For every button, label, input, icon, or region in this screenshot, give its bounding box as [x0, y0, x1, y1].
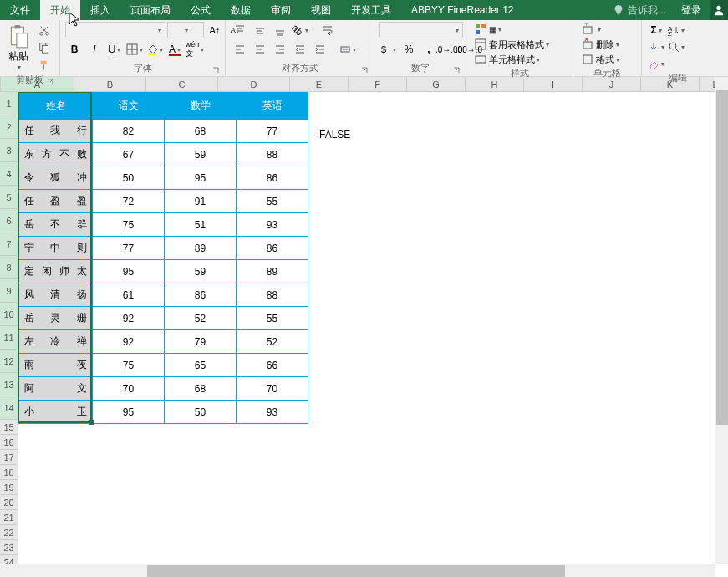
format-painter-button[interactable] [35, 57, 53, 74]
align-top-button[interactable] [231, 22, 249, 38]
data-cell[interactable]: 93 [237, 401, 308, 424]
tab-layout[interactable]: 页面布局 [120, 0, 181, 20]
row-head-11[interactable]: 11 [0, 326, 18, 350]
data-cell[interactable]: 55 [237, 190, 308, 213]
col-head-G[interactable]: G [407, 77, 466, 91]
bold-button[interactable]: B [65, 41, 84, 58]
name-cell[interactable]: 定 闲 师 太 [19, 260, 93, 283]
data-cell[interactable]: 91 [165, 190, 237, 213]
tab-data[interactable]: 数据 [221, 0, 261, 20]
font-size-select[interactable]: ▾ [167, 22, 204, 38]
merge-button[interactable]: ▾ [331, 41, 364, 58]
table-format-button[interactable]: 套用表格格式▾ [471, 37, 552, 52]
data-cell[interactable]: 79 [165, 330, 237, 354]
data-cell[interactable]: 88 [237, 283, 308, 307]
tell-me[interactable]: 告诉我... [606, 3, 673, 18]
row-head-6[interactable]: 6 [0, 209, 18, 232]
tab-review[interactable]: 审阅 [261, 0, 301, 20]
align-left-button[interactable] [231, 41, 249, 58]
tab-view[interactable]: 视图 [301, 0, 341, 20]
align-right-button[interactable] [271, 41, 289, 58]
data-cell[interactable]: 89 [237, 260, 308, 283]
row-head-8[interactable]: 8 [0, 256, 18, 279]
italic-button[interactable]: I [85, 41, 104, 58]
wrap-text-button[interactable] [311, 22, 344, 38]
data-cell[interactable]: 92 [93, 330, 165, 354]
increase-font-button[interactable]: A↑ [206, 22, 224, 38]
clear-button[interactable]: ▾ [647, 55, 665, 72]
currency-button[interactable]: $▾ [379, 41, 398, 58]
autosum-button[interactable]: Σ▾ [647, 22, 665, 38]
format-cells-button[interactable]: 格式▾ [578, 52, 623, 67]
name-cell[interactable]: 雨 夜 [19, 354, 93, 377]
phonetic-button[interactable]: wén文▾ [186, 41, 204, 58]
data-cell[interactable]: 68 [165, 120, 237, 143]
data-cell[interactable]: 72 [93, 190, 165, 213]
percent-button[interactable]: % [400, 41, 418, 58]
align-middle-button[interactable] [251, 22, 269, 38]
tab-insert[interactable]: 插入 [80, 0, 120, 20]
data-cell[interactable]: 95 [93, 260, 165, 283]
row-head-14[interactable]: 14 [0, 396, 18, 420]
data-cell[interactable]: 51 [165, 213, 237, 237]
data-cell[interactable]: 55 [237, 307, 308, 330]
data-cell[interactable]: 61 [93, 283, 165, 307]
row-head-17[interactable]: 17 [0, 450, 18, 465]
row-head-15[interactable]: 15 [0, 420, 18, 435]
border-button[interactable]: ▾ [125, 41, 144, 58]
data-cell[interactable]: 68 [165, 377, 237, 401]
table-header[interactable]: 数学 [165, 93, 237, 120]
cell-style-button[interactable]: 单元格样式▾ [471, 52, 543, 67]
decrease-indent-button[interactable] [291, 41, 309, 58]
table-header[interactable]: 语文 [93, 93, 165, 120]
align-bottom-button[interactable] [271, 22, 289, 38]
name-cell[interactable]: 东 方 不 败 [19, 143, 93, 166]
sheet-tabs[interactable] [0, 564, 134, 577]
row-head-3[interactable]: 3 [0, 139, 18, 162]
tab-file[interactable]: 文件 [0, 0, 40, 20]
data-cell[interactable]: 59 [165, 260, 237, 283]
name-cell[interactable]: 任 我 行 [19, 120, 93, 143]
orientation-button[interactable]: ab▾ [291, 22, 309, 38]
data-cell[interactable]: 82 [93, 120, 165, 143]
row-head-12[interactable]: 12 [0, 350, 18, 373]
number-format-select[interactable]: ▾ [379, 22, 463, 38]
name-cell[interactable]: 风 清 扬 [19, 283, 93, 307]
row-head-5[interactable]: 5 [0, 186, 18, 209]
table-header[interactable]: 姓名 [19, 93, 93, 120]
row-head-22[interactable]: 22 [0, 525, 18, 540]
data-cell[interactable]: 89 [165, 237, 237, 260]
underline-button[interactable]: U▾ [105, 41, 124, 58]
name-cell[interactable]: 宁 中 则 [19, 237, 93, 260]
table-header[interactable]: 英语 [237, 93, 308, 120]
launcher-icon[interactable] [211, 66, 220, 74]
data-cell[interactable]: 75 [93, 213, 165, 237]
row-head-21[interactable]: 21 [0, 510, 18, 525]
copy-button[interactable] [35, 39, 53, 56]
data-cell[interactable]: 95 [93, 401, 165, 424]
data-cell[interactable]: 77 [93, 237, 165, 260]
data-cell[interactable]: 86 [237, 237, 308, 260]
conditional-format-button[interactable]: ▦▾ [471, 22, 505, 37]
row-head-19[interactable]: 19 [0, 480, 18, 495]
row-head-23[interactable]: 23 [0, 540, 18, 555]
name-cell[interactable]: 小 玉 [19, 401, 93, 424]
col-head-F[interactable]: F [349, 77, 407, 91]
fill-handle[interactable] [89, 420, 94, 425]
row-head-1[interactable]: 1 [0, 92, 18, 115]
row-head-7[interactable]: 7 [0, 232, 18, 256]
tab-formula[interactable]: 公式 [181, 0, 221, 20]
name-cell[interactable]: 任 盈 盈 [19, 190, 93, 213]
worksheet-grid[interactable]: 姓名语文数学英语任 我 行826877东 方 不 败675988令 狐 冲509… [18, 92, 728, 577]
paste-button[interactable]: 粘贴▾ [5, 23, 32, 73]
data-cell[interactable]: 50 [165, 401, 237, 424]
insert-cells-button[interactable]: +▾ [578, 22, 604, 37]
launcher-icon[interactable] [360, 66, 369, 74]
data-cell[interactable]: 77 [237, 120, 308, 143]
row-head-13[interactable]: 13 [0, 373, 18, 396]
cut-button[interactable] [35, 22, 53, 38]
data-cell[interactable]: 86 [165, 283, 237, 307]
data-cell[interactable]: 66 [237, 354, 308, 377]
sort-filter-button[interactable]: AZ▾ [667, 22, 685, 38]
fill-color-button[interactable]: ▾ [145, 41, 164, 58]
